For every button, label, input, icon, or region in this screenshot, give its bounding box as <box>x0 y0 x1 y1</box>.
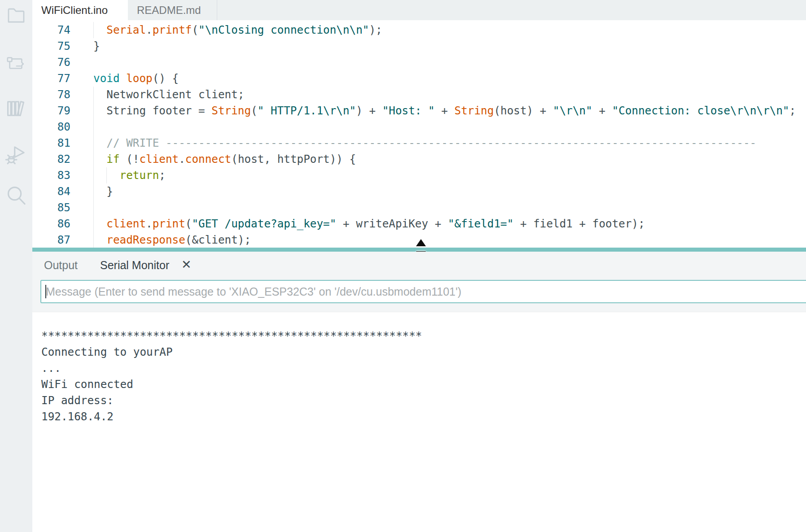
code-line[interactable]: 80 <box>32 119 806 135</box>
text-caret <box>45 285 46 298</box>
code-line[interactable]: 86 client.print("GET /update?api_key=" +… <box>32 216 806 232</box>
tab-serial-monitor[interactable]: Serial Monitor <box>100 258 169 272</box>
code-line[interactable]: 74 Serial.printf("\nClosing connection\n… <box>32 22 806 38</box>
tab-readme-md[interactable]: README.md <box>128 0 217 20</box>
code-text: // WRITE -------------------------------… <box>93 135 756 151</box>
line-number: 84 <box>32 183 70 200</box>
line-number: 82 <box>32 151 70 167</box>
line-number: 80 <box>32 119 70 135</box>
sketchbook-folder-icon[interactable] <box>5 4 27 26</box>
search-icon[interactable] <box>4 183 28 207</box>
library-manager-icon[interactable] <box>4 97 28 120</box>
serial-output-line: ****************************************… <box>41 328 806 344</box>
close-icon[interactable]: ✕ <box>181 257 192 272</box>
tab-label: WiFiClient.ino <box>41 4 108 16</box>
tab-serial-monitor-label: Serial Monitor <box>100 259 169 271</box>
serial-monitor-output[interactable]: ****************************************… <box>32 312 806 532</box>
indent-guide <box>93 119 94 135</box>
debug-icon[interactable] <box>4 143 28 166</box>
serial-lines: ****************************************… <box>41 328 806 425</box>
boards-manager-icon[interactable] <box>6 53 26 74</box>
serial-output-line: IP address: <box>41 392 806 409</box>
line-number: 85 <box>32 200 70 216</box>
line-number: 86 <box>32 216 70 232</box>
serial-output-line: 192.168.4.2 <box>41 409 806 425</box>
code-line[interactable]: 83 return; <box>32 167 806 183</box>
indent-guide <box>93 200 94 216</box>
code-line[interactable]: 77void loop() { <box>32 70 806 87</box>
line-number: 76 <box>32 54 70 70</box>
line-number: 87 <box>32 232 70 248</box>
indent-guide <box>93 232 94 248</box>
code-text: } <box>93 183 113 200</box>
code-text: if (!client.connect(host, httpPort)) { <box>93 151 356 167</box>
code-line[interactable]: 75} <box>32 38 806 54</box>
bottom-panel: Output Serial Monitor ✕ ****************… <box>32 252 806 532</box>
code-line[interactable]: 84 } <box>32 183 806 200</box>
code-line[interactable]: 78 NetworkClient client; <box>32 87 806 103</box>
code-line[interactable]: 76 <box>32 54 806 70</box>
code-text: readResponse(&client); <box>93 232 251 248</box>
serial-message-input[interactable] <box>40 280 806 303</box>
indent-guide <box>93 183 94 200</box>
code-text: NetworkClient client; <box>93 87 244 103</box>
indent-guide <box>93 22 94 38</box>
code-line[interactable]: 81 // WRITE ----------------------------… <box>32 135 806 151</box>
tab-output[interactable]: Output <box>44 258 78 272</box>
serial-output-line: Connecting to yourAP <box>41 344 806 360</box>
indent-guide <box>93 135 94 151</box>
code-text: client.print("GET /update?api_key=" + wr… <box>93 216 645 232</box>
tab-output-label: Output <box>44 259 78 271</box>
indent-guide <box>93 151 94 167</box>
activity-sidebar <box>0 0 32 532</box>
line-number: 81 <box>32 135 70 151</box>
code-text: return; <box>93 167 166 183</box>
line-number: 77 <box>32 70 70 87</box>
code-text: } <box>93 38 100 54</box>
code-line[interactable]: 82 if (!client.connect(host, httpPort)) … <box>32 151 806 167</box>
indent-guide <box>93 103 94 119</box>
code-line[interactable]: 79 String footer = String(" HTTP/1.1\r\n… <box>32 103 806 119</box>
indent-guide <box>93 216 94 232</box>
code-text: Serial.printf("\nClosing connection\n\n"… <box>93 22 382 38</box>
line-number: 83 <box>32 167 70 183</box>
code-text: void loop() { <box>93 70 179 87</box>
serial-output-line: ... <box>41 360 806 376</box>
code-editor[interactable]: 74 Serial.printf("\nClosing connection\n… <box>32 20 806 248</box>
code-line[interactable]: 85 <box>32 200 806 216</box>
line-number: 74 <box>32 22 70 38</box>
tab-label: README.md <box>137 4 201 16</box>
line-number: 75 <box>32 38 70 54</box>
tab-separator <box>217 0 217 20</box>
resize-up-icon <box>416 239 426 246</box>
editor-tab-bar: WiFiClient.ino README.md <box>32 0 806 20</box>
indent-guide <box>106 167 107 183</box>
tab-wificlient-ino[interactable]: WiFiClient.ino <box>32 0 128 20</box>
code-text: String footer = String(" HTTP/1.1\r\n") … <box>93 103 796 119</box>
line-number: 78 <box>32 87 70 103</box>
line-number: 79 <box>32 103 70 119</box>
indent-guide <box>93 87 94 103</box>
code-lines: 74 Serial.printf("\nClosing connection\n… <box>32 22 806 248</box>
indent-guide <box>93 167 94 183</box>
bottom-panel-header: Output Serial Monitor ✕ <box>32 252 806 312</box>
serial-output-line: WiFi connected <box>41 376 806 392</box>
